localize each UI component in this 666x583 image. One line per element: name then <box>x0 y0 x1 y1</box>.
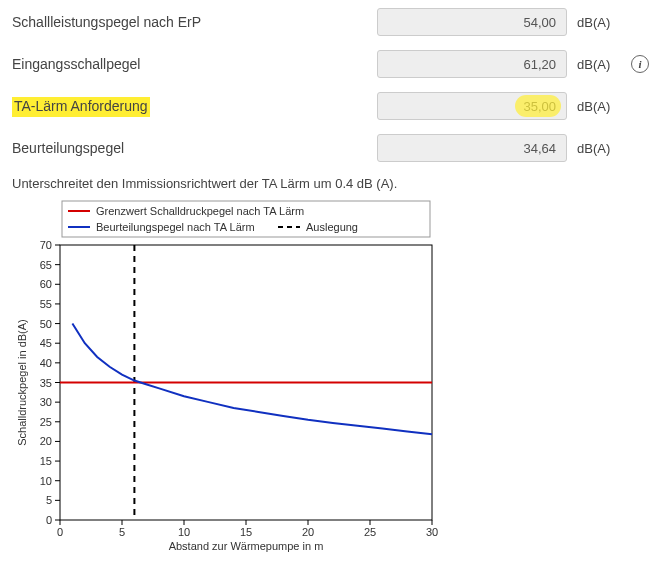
param-label: Beurteilungspegel <box>12 140 377 156</box>
param-label: TA-Lärm Anforderung <box>12 98 377 114</box>
param-label: Eingangsschallpegel <box>12 56 377 72</box>
svg-text:Grenzwert Schalldruckpegel nac: Grenzwert Schalldruckpegel nach TA Lärm <box>96 205 304 217</box>
svg-text:65: 65 <box>40 259 52 271</box>
svg-text:0: 0 <box>57 526 63 538</box>
svg-text:45: 45 <box>40 337 52 349</box>
info-icon[interactable]: i <box>631 55 649 73</box>
param-unit: dB(A) <box>567 99 627 114</box>
svg-text:Auslegung: Auslegung <box>306 221 358 233</box>
svg-text:25: 25 <box>40 416 52 428</box>
param-row: EingangsschallpegeldB(A)i <box>12 50 654 78</box>
svg-text:35: 35 <box>40 377 52 389</box>
svg-text:50: 50 <box>40 318 52 330</box>
param-input-wrap <box>377 92 567 120</box>
svg-text:30: 30 <box>40 396 52 408</box>
svg-text:70: 70 <box>40 239 52 251</box>
svg-text:10: 10 <box>40 475 52 487</box>
param-label: Schallleistungspegel nach ErP <box>12 14 377 30</box>
param-unit: dB(A) <box>567 57 627 72</box>
param-input-wrap <box>377 8 567 36</box>
svg-text:15: 15 <box>240 526 252 538</box>
param-input-wrap <box>377 50 567 78</box>
param-unit: dB(A) <box>567 15 627 30</box>
svg-text:10: 10 <box>178 526 190 538</box>
param-row: BeurteilungspegeldB(A) <box>12 134 654 162</box>
result-note: Unterschreitet den Immissionsrichtwert d… <box>12 176 654 191</box>
sound-chart: 0510152025300510152025303540455055606570… <box>12 199 654 557</box>
param-input-wrap <box>377 134 567 162</box>
param-input[interactable] <box>377 8 567 36</box>
param-unit: dB(A) <box>567 141 627 156</box>
svg-text:25: 25 <box>364 526 376 538</box>
svg-text:20: 20 <box>40 435 52 447</box>
svg-text:40: 40 <box>40 357 52 369</box>
svg-text:15: 15 <box>40 455 52 467</box>
svg-text:30: 30 <box>426 526 438 538</box>
param-input[interactable] <box>377 92 567 120</box>
svg-text:5: 5 <box>46 494 52 506</box>
param-row: Schallleistungspegel nach ErPdB(A) <box>12 8 654 36</box>
param-input[interactable] <box>377 50 567 78</box>
svg-text:55: 55 <box>40 298 52 310</box>
svg-text:Beurteilungspegel nach TA Lärm: Beurteilungspegel nach TA Lärm <box>96 221 255 233</box>
svg-text:0: 0 <box>46 514 52 526</box>
svg-text:60: 60 <box>40 278 52 290</box>
svg-text:5: 5 <box>119 526 125 538</box>
svg-text:Abstand zur Wärmepumpe in m: Abstand zur Wärmepumpe in m <box>169 540 324 552</box>
svg-text:20: 20 <box>302 526 314 538</box>
param-input[interactable] <box>377 134 567 162</box>
param-row: TA-Lärm AnforderungdB(A) <box>12 92 654 120</box>
svg-text:Schalldruckpegel in dB(A): Schalldruckpegel in dB(A) <box>16 319 28 446</box>
